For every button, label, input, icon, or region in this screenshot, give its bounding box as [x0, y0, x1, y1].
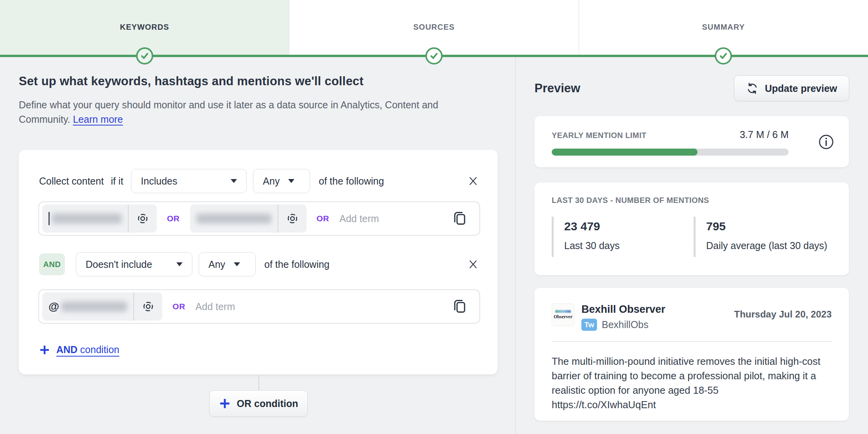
- excluded-term-redacted: @: [42, 300, 133, 313]
- add-or-condition-button[interactable]: OR condition: [209, 390, 308, 417]
- or-separator: OR: [172, 302, 185, 311]
- info-icon[interactable]: [818, 133, 835, 151]
- mention-at-prefix: @: [48, 300, 59, 313]
- if-it-label: if it: [111, 176, 123, 187]
- step-keywords-label: KEYWORDS: [0, 23, 289, 32]
- step-summary-check-icon: [715, 47, 732, 65]
- match-any-select-value: Any: [263, 176, 280, 187]
- wizard-stepper: KEYWORDS SOURCES SUMMARY: [0, 0, 868, 57]
- chevron-down-icon: [288, 179, 294, 183]
- match-any-select[interactable]: Any: [199, 252, 256, 276]
- mention-limit-card: YEARLY MENTION LIMIT 3.7 M / 6 M: [534, 116, 849, 167]
- excluded-term-chip[interactable]: @: [42, 292, 162, 321]
- step-keywords-check-icon: [136, 47, 153, 65]
- exact-match-target-icon[interactable]: [129, 213, 157, 224]
- step-sources[interactable]: SOURCES: [289, 0, 578, 57]
- match-any-select-value: Any: [208, 259, 225, 270]
- stat-daily-average: 795 Daily average (last 30 days): [694, 217, 827, 257]
- stat-value: 795: [706, 220, 827, 233]
- step-sources-label: SOURCES: [289, 23, 578, 32]
- add-term-input[interactable]: [195, 301, 451, 312]
- step-summary[interactable]: SUMMARY: [579, 0, 868, 57]
- remove-condition-button[interactable]: [467, 175, 479, 187]
- include-select-value: Includes: [141, 176, 177, 187]
- exact-match-target-icon[interactable]: [134, 301, 162, 312]
- include-terms-input[interactable]: OR OR: [38, 201, 480, 236]
- preview-title: Preview: [534, 81, 580, 95]
- keyword-term-chip[interactable]: [42, 204, 157, 233]
- preview-panel: Preview Update preview YEARLY MENTION LI…: [516, 57, 868, 434]
- copy-terms-icon[interactable]: [451, 297, 468, 316]
- chevron-down-icon: [176, 262, 183, 266]
- update-preview-button[interactable]: Update preview: [734, 75, 849, 101]
- mention-limit-value: 3.7 M / 6 M: [740, 129, 789, 140]
- mention-source-name[interactable]: Bexhill Observer: [581, 303, 665, 316]
- plus-icon: [39, 344, 50, 355]
- remove-condition-button[interactable]: [467, 258, 479, 270]
- mentions-stats-label: LAST 30 DAYS - NUMBER OF MENTIONS: [552, 196, 709, 204]
- redacted-term-text: [52, 213, 122, 224]
- of-the-following-label: of the following: [319, 176, 384, 187]
- update-preview-label: Update preview: [765, 83, 837, 94]
- copy-terms-icon[interactable]: [451, 209, 468, 228]
- plus-icon: [219, 398, 231, 409]
- twitter-badge: Tw: [581, 319, 597, 331]
- query-setup-wizard: KEYWORDS SOURCES SUMMARY Set up what key…: [0, 0, 868, 434]
- step-sources-check-icon: [425, 47, 443, 65]
- step-keywords[interactable]: KEYWORDS: [0, 0, 289, 57]
- redacted-term-text: [196, 213, 271, 224]
- exclude-select-value: Doesn't include: [86, 259, 152, 270]
- mention-titles: Bexhill Observer Tw BexhillObs: [581, 303, 665, 331]
- add-or-condition-label: OR condition: [237, 398, 298, 409]
- keyword-term-redacted: [190, 213, 278, 224]
- step-summary-label: SUMMARY: [579, 23, 868, 32]
- exclude-terms-input[interactable]: @ OR: [38, 289, 480, 324]
- mention-limit-label: YEARLY MENTION LIMIT: [552, 131, 646, 140]
- exclude-condition-row: AND Doesn't include Any of the following: [39, 252, 479, 276]
- add-and-condition-label: AND condition: [56, 344, 119, 355]
- collect-content-label: Collect content: [39, 176, 104, 187]
- exclude-select[interactable]: Doesn't include: [76, 252, 192, 276]
- mention-divider: [552, 341, 832, 342]
- mention-limit-content: YEARLY MENTION LIMIT 3.7 M / 6 M: [552, 129, 789, 156]
- mentions-stats-row: 23 479 Last 30 days 795 Daily average (l…: [552, 217, 832, 257]
- keyword-term-chip[interactable]: [190, 204, 307, 233]
- mention-preview-card: Observer Bexhill Observer Tw BexhillObs …: [534, 288, 849, 421]
- source-logo-art: [555, 310, 571, 313]
- or-separator: OR: [167, 214, 180, 223]
- text-caret: [48, 212, 50, 225]
- refresh-icon: [746, 82, 759, 95]
- source-logo-text: Observer: [554, 314, 572, 320]
- include-select[interactable]: Includes: [131, 169, 247, 193]
- of-the-following-label: of the following: [264, 259, 330, 270]
- mention-text: The multi-million-pound initiative remov…: [552, 354, 821, 412]
- chevron-down-icon: [231, 179, 237, 183]
- redacted-term-text: [61, 301, 127, 312]
- mention-limit-progress-fill: [552, 149, 698, 156]
- stat-last-30-days: 23 479 Last 30 days: [552, 217, 694, 257]
- mention-header: Observer Bexhill Observer Tw BexhillObs …: [552, 303, 832, 331]
- and-operator-badge: AND: [39, 253, 65, 275]
- include-condition-row: Collect content if it Includes Any of th…: [39, 169, 479, 194]
- keywords-setup-panel: Set up what keywords, hashtags and menti…: [0, 57, 516, 434]
- stat-label: Last 30 days: [564, 240, 694, 251]
- add-term-input[interactable]: [339, 213, 451, 224]
- mention-limit-progress-track: [552, 149, 789, 156]
- condition-connector-line: [258, 375, 259, 390]
- match-any-select[interactable]: Any: [253, 169, 310, 193]
- learn-more-link[interactable]: Learn more: [73, 114, 123, 125]
- add-and-condition-link[interactable]: AND condition: [39, 344, 119, 355]
- exact-match-target-icon[interactable]: [278, 213, 307, 224]
- or-separator: OR: [317, 214, 330, 223]
- condition-card: Collect content if it Includes Any of th…: [19, 150, 498, 375]
- chevron-down-icon: [234, 262, 240, 266]
- source-logo: Observer: [552, 303, 574, 326]
- main-content: Set up what keywords, hashtags and menti…: [0, 57, 868, 434]
- stat-label: Daily average (last 30 days): [706, 240, 827, 251]
- page-title: Set up what keywords, hashtags and menti…: [19, 74, 364, 88]
- keyword-term-redacted: [42, 212, 128, 225]
- preview-header: Preview Update preview: [534, 75, 849, 102]
- mentions-stats-card: LAST 30 DAYS - NUMBER OF MENTIONS 23 479…: [534, 183, 849, 275]
- mention-author-handle[interactable]: BexhillObs: [602, 319, 649, 330]
- stat-value: 23 479: [564, 220, 694, 233]
